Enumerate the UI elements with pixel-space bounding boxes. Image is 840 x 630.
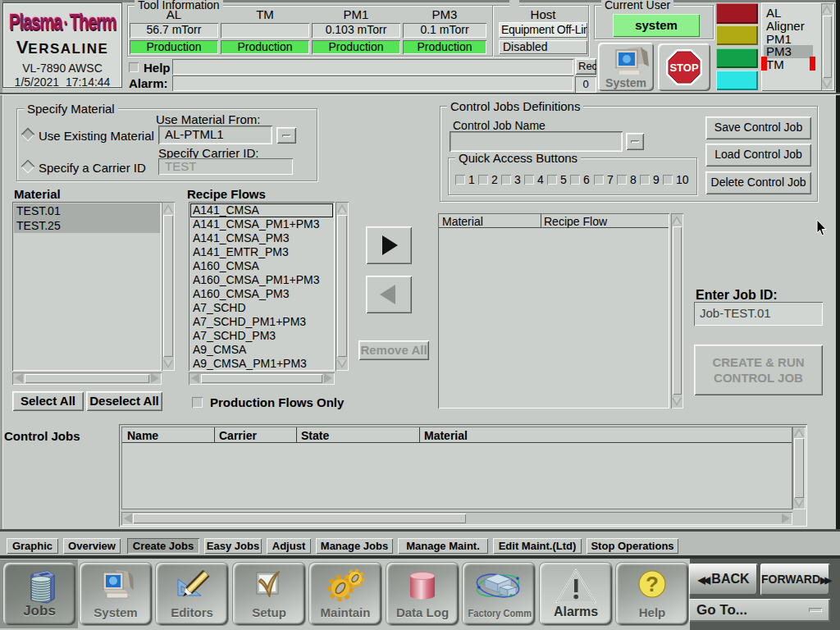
svg-text:?: ? (646, 572, 659, 596)
svg-text:STOP: STOP (669, 62, 698, 74)
